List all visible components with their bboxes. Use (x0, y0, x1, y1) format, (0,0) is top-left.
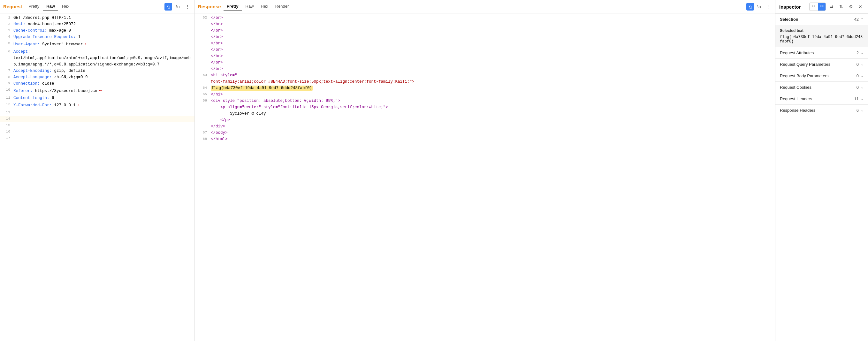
section-count-0: 2 (852, 51, 859, 55)
request-title: Request (3, 4, 22, 9)
request-line-13: 13 (0, 110, 194, 116)
section-label-4: Request Headers (780, 96, 850, 101)
inspector-close-align-icon[interactable]: ⇅ (837, 3, 845, 10)
resp-line-br2: </br> (195, 27, 775, 34)
response-tab-bar: Pretty Raw Hex Render (223, 3, 292, 10)
response-copy-icon[interactable]: ⎗ (746, 3, 754, 10)
resp-line-62: 62 </br> (195, 15, 775, 21)
resp-line-67: 67 </body> (195, 130, 775, 136)
resp-line-br5: </br> (195, 46, 775, 53)
section-row-request-body[interactable]: Request Body Parameters 0 ⌄ (775, 70, 868, 82)
request-line-9: 9 Connection: close (0, 81, 194, 87)
resp-line-66: 66 <div style="position: absolute;bottom… (195, 98, 775, 104)
response-header: Response Pretty Raw Hex Render ⎗ \n ⋮ (195, 0, 775, 13)
request-menu-icon[interactable]: ⋮ (184, 3, 191, 10)
section-request-body: Request Body Parameters 0 ⌄ (775, 70, 868, 82)
view-icon-1[interactable]: ☷ (810, 3, 817, 10)
request-line-14: 14 (0, 116, 194, 122)
resp-line-br8: </br> (195, 66, 775, 72)
selection-count: 42 (854, 17, 859, 22)
section-count-3: 0 (852, 85, 859, 90)
inspector-title: Inspector (779, 4, 807, 9)
request-panel: Request Pretty Raw Hex ⎗ \n ⋮ 1 GET /Sec… (0, 0, 195, 341)
request-line-3: 3 Cache-Control: max-age=0 (0, 27, 194, 34)
tab-pretty[interactable]: Pretty (25, 3, 42, 10)
section-response-headers: Response Headers 6 ⌄ (775, 105, 868, 116)
section-label-5: Response Headers (780, 108, 850, 113)
resp-line-66d: </p> (195, 117, 775, 123)
resp-line-66b: <p align="center" style="font:italic 15p… (195, 104, 775, 111)
section-count-4: 11 (852, 96, 859, 101)
resp-line-br6: </br> (195, 53, 775, 59)
selected-text-container: Selected text flag{b4a730ef-19da-4a91-9e… (775, 25, 868, 47)
resp-line-br7: </br> (195, 59, 775, 66)
chevron-1: ⌄ (861, 62, 864, 66)
chevron-0: ⌄ (861, 51, 864, 55)
resp-line-63b: font-family:arial;color:#8E44AD;font-siz… (195, 79, 775, 85)
request-line-15: 15 (0, 122, 194, 129)
section-request-cookies: Request Cookies 0 ⌄ (775, 82, 868, 93)
chevron-2: ⌄ (861, 74, 864, 78)
selection-label: Selection (780, 17, 854, 22)
section-row-response-headers[interactable]: Response Headers 6 ⌄ (775, 105, 868, 116)
arrow-12: ← (78, 101, 81, 110)
section-label-0: Request Attributes (780, 51, 850, 55)
chevron-5: ⌄ (861, 108, 864, 113)
view-icon-2[interactable]: ☷ (818, 3, 826, 10)
response-title: Response (198, 4, 221, 9)
resp-line-63: 63 <h1 style=" (195, 72, 775, 79)
request-line-4: 4 Upgrade-Insecure-Requests: 1 (0, 34, 194, 40)
section-row-request-query[interactable]: Request Query Parameters 0 ⌄ (775, 59, 868, 70)
tab-resp-raw[interactable]: Raw (242, 3, 257, 10)
section-label-1: Request Query Parameters (780, 62, 850, 67)
chevron-3: ⌄ (861, 85, 864, 89)
request-wrap-icon[interactable]: \n (174, 3, 182, 10)
resp-line-br1: </br> (195, 21, 775, 27)
flag-highlight: flag{b4a730ef-19da-4a91-9ed7-6ddd248fabf… (211, 86, 313, 91)
inspector-close-icon[interactable]: ✕ (857, 3, 864, 10)
tab-hex[interactable]: Hex (59, 3, 72, 10)
request-code-area: 1 GET /Secret.php HTTP/1.1 2 Host: node4… (0, 13, 194, 341)
resp-line-68: 68 </html> (195, 136, 775, 143)
tab-raw[interactable]: Raw (43, 3, 58, 10)
response-code-area: 62 </br> </br> </br> </br> </br> </br> <… (195, 13, 775, 341)
section-label-2: Request Body Parameters (780, 73, 850, 78)
request-line-6: 6 Accept: (0, 49, 194, 55)
resp-line-66e: </div> (195, 123, 775, 130)
request-line-5: 5 User-Agent: Syclover" browser← (0, 40, 194, 49)
selection-chevron: ⌃ (861, 17, 864, 21)
tab-resp-render[interactable]: Render (272, 3, 292, 10)
request-copy-icon[interactable]: ⎗ (164, 3, 172, 10)
section-count-2: 0 (852, 73, 859, 78)
response-panel: Response Pretty Raw Hex Render ⎗ \n ⋮ 62… (195, 0, 775, 341)
selected-text-label: Selected text (780, 28, 864, 33)
request-header: Request Pretty Raw Hex ⎗ \n ⋮ (0, 0, 194, 13)
section-row-request-cookies[interactable]: Request Cookies 0 ⌄ (775, 82, 868, 93)
selected-text-value: flag{b4a730ef-19da-4a91-9ed7-6ddd248fabf… (780, 35, 864, 44)
arrow-10: ← (99, 87, 102, 95)
resp-line-br4: </br> (195, 40, 775, 46)
section-request-headers: Request Headers 11 ⌄ (775, 93, 868, 105)
section-count-1: 0 (852, 62, 859, 67)
section-request-attributes: Request Attributes 2 ⌄ (775, 47, 868, 59)
tab-resp-pretty[interactable]: Pretty (223, 3, 242, 10)
inspector-panel: Inspector ☷ ☷ ⇄ ⇅ ⚙ ✕ Selection 42 ⌃ Sel… (775, 0, 868, 341)
inspector-view-toggle: ☷ ☷ (809, 3, 826, 11)
tab-resp-hex[interactable]: Hex (258, 3, 272, 10)
request-tab-bar: Pretty Raw Hex (25, 3, 72, 10)
request-line-1: 1 GET /Secret.php HTTP/1.1 (0, 15, 194, 21)
request-line-12: 12 X-Forwarded-For: 127.0.0.1← (0, 101, 194, 110)
resp-line-br3: </br> (195, 34, 775, 40)
section-row-request-headers[interactable]: Request Headers 11 ⌄ (775, 93, 868, 104)
resp-line-66c: Syclover @ cl4y (195, 111, 775, 117)
selection-row[interactable]: Selection 42 ⌃ (775, 14, 868, 25)
response-wrap-icon[interactable]: \n (755, 3, 763, 10)
section-row-request-attributes[interactable]: Request Attributes 2 ⌄ (775, 47, 868, 58)
request-line-7: 7 Accept-Encoding: gzip, deflate (0, 68, 194, 74)
request-line-8: 8 Accept-Language: zh-CN,zh;q=0.9 (0, 74, 194, 81)
arrow-5: ← (85, 40, 88, 49)
inspector-settings-icon[interactable]: ⚙ (847, 3, 855, 10)
resp-line-64: 64 flag{b4a730ef-19da-4a91-9ed7-6ddd248f… (195, 85, 775, 91)
inspector-align-icon[interactable]: ⇄ (828, 3, 835, 10)
response-menu-icon[interactable]: ⋮ (764, 3, 772, 10)
